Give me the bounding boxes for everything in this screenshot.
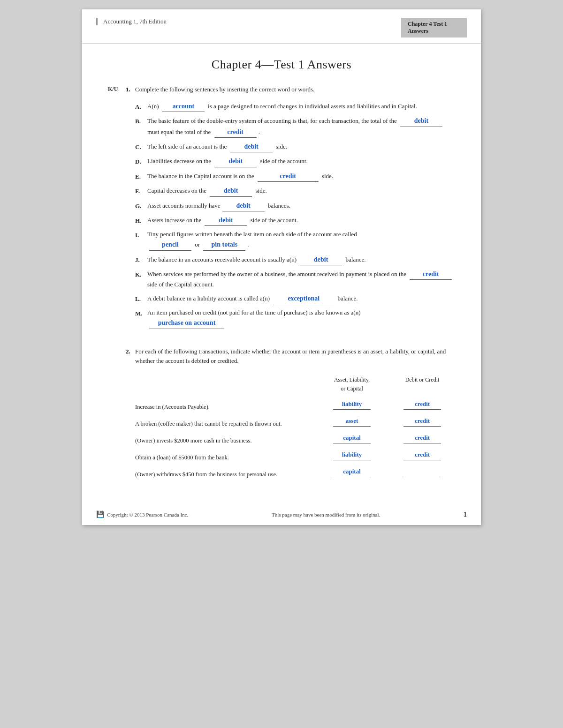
q2-debit-1: credit: [389, 399, 455, 412]
sub-label-f: F.: [135, 187, 147, 196]
question-2-row: 2. For each of the following transaction…: [108, 347, 455, 481]
q2-debit-5: ___: [389, 467, 455, 479]
sub-item-d: D. Liabilities decrease on the debit sid…: [135, 156, 455, 167]
q2-asset-2: asset: [314, 416, 389, 428]
answer-h: debit: [205, 215, 247, 226]
sub-label-l: L.: [135, 294, 147, 304]
question-2-block: 2. For each of the following transaction…: [108, 347, 455, 481]
q2-debit-2: credit: [389, 416, 455, 428]
page-number: 1: [464, 511, 467, 518]
q2-asset-answer-4: liability: [333, 450, 371, 460]
q2-asset-answer-2: asset: [333, 416, 371, 427]
sub-content-f: Capital decreases on the debit side.: [147, 186, 455, 196]
sub-item-a: A. A(n) account is a page designed to re…: [135, 101, 455, 112]
q2-desc-1: Increase in (Accounts Payable).: [135, 403, 314, 412]
sub-content-g: Asset accounts normally havedebit balanc…: [147, 201, 455, 211]
main-content: Chapter 4—Test 1 Answers K/U 1. Complete…: [82, 44, 481, 523]
sub-label-c: C.: [135, 143, 147, 152]
q2-asset-answer-5: capital: [333, 467, 371, 477]
answer-i1: pencil: [149, 240, 191, 250]
q1-intro: Complete the following sentences by inse…: [135, 85, 455, 95]
q2-debit-answer-1: credit: [403, 399, 441, 410]
answer-g: debit: [222, 201, 265, 211]
sub-label-h: H.: [135, 216, 147, 226]
sub-label-d: D.: [135, 157, 147, 167]
answer-j: debit: [300, 255, 342, 265]
page: Accounting 1, 7th Edition Chapter 4 Test…: [82, 9, 481, 525]
sub-item-k: K. When services are performed by the ow…: [135, 269, 455, 290]
copyright-icon: 💾: [96, 510, 104, 518]
q2-row-2: A broken (coffee maker) that cannot be r…: [135, 413, 455, 430]
col-header-debit: Debit or Credit: [389, 375, 455, 393]
answer-a: account: [162, 101, 205, 112]
q2-desc-5: (Owner) withdraws $450 from the business…: [135, 470, 314, 479]
sub-label-m: M.: [135, 309, 147, 319]
q1-content: Complete the following sentences by inse…: [135, 85, 455, 333]
q2-debit-answer-2: credit: [403, 416, 441, 427]
answer-e: credit: [258, 171, 319, 182]
answer-b1: debit: [400, 116, 442, 127]
q2-asset-answer-1: liability: [333, 399, 371, 410]
sub-label-i: I.: [135, 231, 147, 240]
sub-content-l: A debit balance in a liability account i…: [147, 293, 455, 304]
answer-d: debit: [214, 156, 257, 167]
footer-note: This page may have been modified from it…: [272, 512, 380, 518]
question-1-block: K/U 1. Complete the following sentences …: [108, 85, 455, 333]
answer-l: exceptional: [273, 293, 334, 304]
q2-desc-3: (Owner) invests $2000 more cash in the b…: [135, 436, 314, 445]
q2-content: For each of the following transactions, …: [135, 347, 455, 481]
question-1-row: K/U 1. Complete the following sentences …: [108, 85, 455, 333]
header-left: Accounting 1, 7th Edition: [96, 18, 167, 25]
sub-content-h: Assets increase on the debit side of the…: [147, 215, 455, 226]
answers-label: Answers: [408, 28, 460, 35]
q1-number: 1.: [126, 86, 135, 93]
col-asset-line2: or Capital: [314, 384, 389, 393]
q2-desc-4: Obtain a (loan) of $5000 from the bank.: [135, 453, 314, 462]
main-title: Chapter 4—Test 1 Answers: [108, 58, 455, 72]
ku-label: K/U: [108, 86, 126, 93]
sub-item-c: C. The left side of an account is the de…: [135, 142, 455, 152]
col-asset-line1: Asset, Liability,: [314, 375, 389, 384]
col-header-asset: Asset, Liability, or Capital: [314, 375, 389, 393]
q2-row-3: (Owner) invests $2000 more cash in the b…: [135, 430, 455, 447]
answer-b2: credit: [214, 127, 257, 138]
q2-intro: For each of the following transactions, …: [135, 347, 455, 367]
sub-label-a: A.: [135, 102, 147, 112]
col-debit-label: Debit or Credit: [389, 375, 455, 384]
sub-content-d: Liabilities decrease on the debit side o…: [147, 156, 455, 167]
header-right: Chapter 4 Test 1 Answers: [401, 18, 467, 38]
page-header: Accounting 1, 7th Edition Chapter 4 Test…: [82, 9, 481, 44]
q2-asset-answer-3: capital: [333, 433, 371, 443]
sub-content-i: Tiny pencil figures written beneath the …: [147, 230, 455, 250]
sub-content-j: The balance in an accounts receivable ac…: [147, 255, 455, 265]
sub-item-e: E. The balance in the Capital account is…: [135, 171, 455, 182]
answer-f: debit: [210, 186, 252, 196]
sub-content-b: The basic feature of the double-entry sy…: [147, 116, 455, 138]
answer-k: credit: [410, 269, 452, 280]
answer-i2: pin totals: [203, 240, 245, 250]
sub-item-h: H. Assets increase on the debit side of …: [135, 215, 455, 226]
q2-asset-1: liability: [314, 399, 389, 412]
textbook-title: Accounting 1, 7th Edition: [103, 18, 167, 25]
chapter-label: Chapter 4 Test 1: [408, 21, 460, 28]
q2-ku-spacer: [108, 348, 126, 355]
sub-item-m: M. An item purchased on credit (not paid…: [135, 308, 455, 329]
sub-item-f: F. Capital decreases on the debit side.: [135, 186, 455, 196]
q2-debit-4: credit: [389, 450, 455, 462]
q2-asset-3: capital: [314, 433, 389, 445]
sub-item-b: B. The basic feature of the double-entry…: [135, 116, 455, 138]
q2-row-4: Obtain a (loan) of $5000 from the bank. …: [135, 447, 455, 464]
answer-c: debit: [230, 142, 273, 152]
footer-left: 💾 Copyright © 2013 Pearson Canada Inc.: [96, 510, 188, 518]
q2-row-5: (Owner) withdraws $450 from the business…: [135, 464, 455, 481]
sub-content-m: An item purchased on credit (not paid fo…: [147, 308, 455, 329]
page-footer: 💾 Copyright © 2013 Pearson Canada Inc. T…: [82, 510, 481, 518]
q2-desc-2: A broken (coffee maker) that cannot be r…: [135, 420, 314, 428]
sub-content-c: The left side of an account is the debit…: [147, 142, 455, 152]
sub-item-g: G. Asset accounts normally havedebit bal…: [135, 201, 455, 211]
sub-item-j: J. The balance in an accounts receivable…: [135, 255, 455, 265]
sub-item-l: L. A debit balance in a liability accoun…: [135, 293, 455, 304]
q2-debit-answer-3: credit: [403, 433, 441, 443]
sub-item-i: I. Tiny pencil figures written beneath t…: [135, 230, 455, 250]
q2-debit-answer-4: credit: [403, 450, 441, 460]
